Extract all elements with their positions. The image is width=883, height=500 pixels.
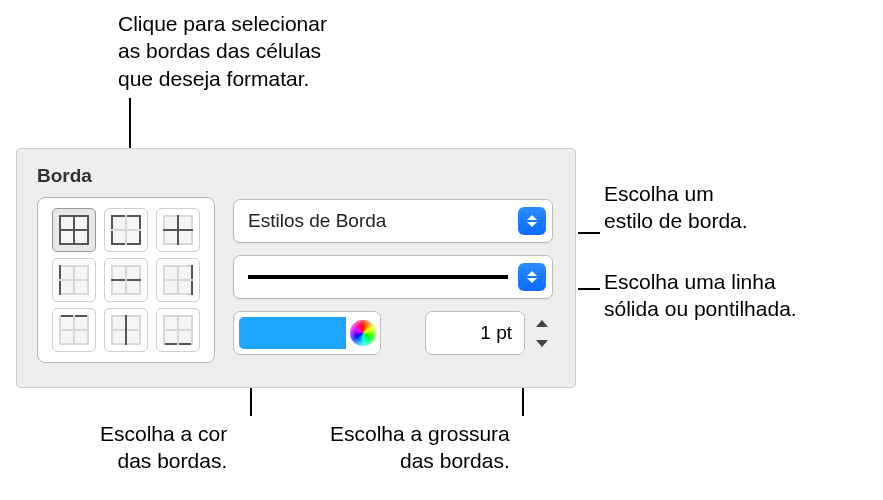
- color-swatch: [239, 317, 346, 349]
- border-picker-horiz-mid-border[interactable]: [104, 258, 148, 302]
- stepper-down-button[interactable]: [531, 334, 553, 352]
- updown-arrows-icon: [518, 263, 546, 291]
- callout-line-type: Escolha uma linha sólida ou pontilhada.: [604, 268, 797, 323]
- border-picker: [37, 197, 215, 363]
- border-picker-outer-borders[interactable]: [104, 208, 148, 252]
- thickness-value[interactable]: 1 pt: [425, 311, 525, 355]
- border-style-label: Estilos de Borda: [234, 210, 518, 232]
- border-panel: Borda Estilos de Borda: [16, 148, 576, 388]
- stepper-up-button[interactable]: [531, 314, 553, 332]
- line-style-popup[interactable]: [233, 255, 553, 299]
- border-picker-right-border[interactable]: [156, 258, 200, 302]
- callout-border-style: Escolha um estilo de borda.: [604, 180, 748, 235]
- border-picker-all-borders[interactable]: [52, 208, 96, 252]
- border-picker-bottom-border[interactable]: [156, 308, 200, 352]
- border-picker-left-border[interactable]: [52, 258, 96, 302]
- line-sample-icon: [248, 275, 508, 279]
- callout-thickness: Escolha a grossura das bordas.: [330, 420, 510, 475]
- thickness-stepper: [531, 314, 553, 352]
- color-wheel-icon: [350, 320, 376, 346]
- callout-line: [578, 288, 600, 290]
- border-picker-vert-mid-border[interactable]: [104, 308, 148, 352]
- border-picker-inner-borders[interactable]: [156, 208, 200, 252]
- border-style-popup[interactable]: Estilos de Borda: [233, 199, 553, 243]
- border-color-well[interactable]: [233, 311, 381, 355]
- callout-line: [578, 232, 600, 234]
- color-wheel-button[interactable]: [346, 312, 380, 354]
- panel-title: Borda: [37, 165, 555, 187]
- updown-arrows-icon: [518, 207, 546, 235]
- callout-color: Escolha a cor das bordas.: [100, 420, 227, 475]
- border-picker-top-border[interactable]: [52, 308, 96, 352]
- callout-select-borders: Clique para selecionar as bordas das cél…: [118, 10, 327, 92]
